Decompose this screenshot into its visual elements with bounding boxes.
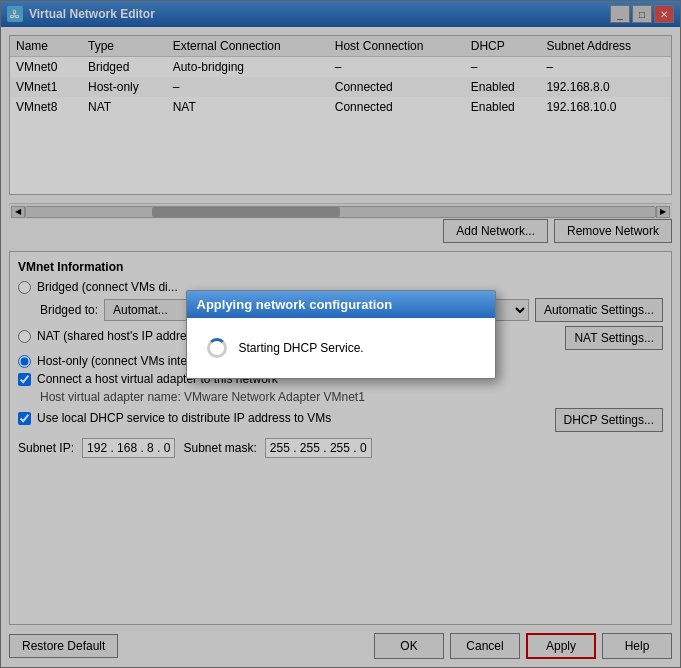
- progress-modal: Applying network configuration Starting …: [186, 290, 496, 379]
- modal-content: Starting DHCP Service.: [187, 318, 495, 378]
- modal-title: Applying network configuration: [187, 291, 495, 318]
- main-window: 🖧 Virtual Network Editor _ □ ✕ Name Type…: [0, 0, 681, 668]
- loading-spinner: [207, 338, 227, 358]
- modal-message: Starting DHCP Service.: [239, 341, 364, 355]
- modal-overlay: Applying network configuration Starting …: [0, 0, 681, 668]
